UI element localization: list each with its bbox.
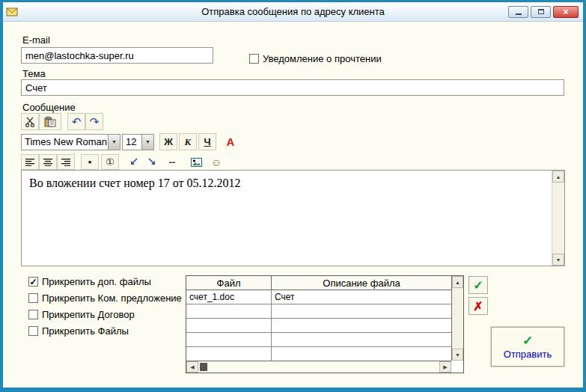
font-color-button[interactable]: A — [222, 133, 239, 150]
indent-decrease-button[interactable] — [125, 154, 143, 170]
align-center-icon — [43, 158, 53, 166]
clipboard-icon — [44, 117, 56, 127]
scroll-up-icon[interactable]: ▲ — [452, 276, 463, 288]
scissors-icon — [25, 117, 35, 127]
table-vertical-scrollbar[interactable]: ▲ ▼ — [451, 276, 463, 361]
file-cell[interactable] — [186, 347, 272, 361]
attach-checkbox[interactable]: Прикрепить Ком. предложение — [28, 293, 182, 304]
scroll-down-icon[interactable]: ▼ — [452, 349, 463, 361]
description-cell[interactable]: Счет — [272, 290, 451, 304]
confirm-attachment-button[interactable]: ✓ — [469, 276, 488, 294]
column-header[interactable]: Описание файла — [272, 276, 451, 290]
align-right-icon — [61, 158, 71, 166]
minimize-icon — [516, 13, 522, 15]
maximize-button[interactable] — [531, 6, 551, 18]
font-size-value: 12 — [123, 135, 141, 150]
checkbox-box[interactable] — [28, 326, 38, 336]
files-table: ФайлОписание файла счет_1.docСчет ▲ ▼ ◀ … — [186, 275, 464, 373]
font-family-select[interactable]: Times New Roman ▼ — [21, 134, 120, 150]
align-center-button[interactable] — [39, 154, 57, 170]
horizontal-rule-button[interactable]: -- — [163, 154, 181, 170]
align-left-button[interactable] — [21, 154, 39, 170]
close-button[interactable]: × — [553, 6, 579, 18]
checkbox-label: Прикрепить доп. файлы — [42, 276, 151, 287]
cut-button[interactable] — [21, 113, 39, 130]
checkbox-label: Прикрепить Файлы — [42, 325, 129, 337]
undo-button[interactable]: ↶ — [67, 113, 85, 130]
minimize-button[interactable] — [508, 6, 528, 18]
indent-increase-button[interactable] — [143, 154, 161, 170]
insert-image-button[interactable] — [187, 154, 205, 170]
column-header[interactable]: Файл — [186, 276, 272, 290]
file-cell[interactable] — [186, 333, 272, 347]
scroll-right-icon[interactable]: ▶ — [439, 361, 451, 373]
send-button[interactable]: ✓ Отправить — [491, 327, 564, 367]
checkbox-box[interactable] — [28, 310, 38, 319]
message-body[interactable]: Во вложении счет номер 17 от 05.12.2012 — [22, 171, 552, 266]
checkbox-box[interactable]: ✓ — [28, 277, 38, 287]
undo-icon: ↶ — [72, 116, 82, 127]
arrow-down-left-icon — [129, 158, 138, 167]
checkbox-label: Прикрепить Договор — [42, 309, 135, 320]
scrollbar-thumb[interactable] — [200, 363, 207, 371]
bullet-list-button[interactable]: ▪ — [81, 154, 99, 170]
numbered-list-button[interactable]: ① — [101, 154, 119, 170]
table-row[interactable] — [186, 304, 451, 319]
smiley-button[interactable]: ☺ — [207, 154, 225, 170]
message-scrollbar[interactable]: ▲ ▼ — [552, 171, 564, 266]
scroll-down-icon[interactable]: ▼ — [552, 254, 564, 266]
message-editor[interactable]: Во вложении счет номер 17 от 05.12.2012 … — [21, 170, 565, 266]
table-row[interactable] — [186, 333, 451, 347]
description-cell[interactable] — [272, 347, 451, 361]
smiley-icon: ☺ — [211, 156, 222, 168]
font-family-value: Times New Roman — [22, 135, 108, 150]
bold-button[interactable]: Ж — [159, 133, 177, 150]
subject-field[interactable] — [21, 79, 564, 96]
table-row[interactable]: счет_1.docСчет — [186, 290, 451, 304]
read-receipt-checkbox[interactable]: Уведомление о прочтении — [249, 53, 382, 64]
table-row[interactable] — [186, 319, 451, 333]
italic-button[interactable]: К — [179, 133, 197, 150]
align-left-icon — [25, 158, 35, 166]
file-cell[interactable] — [186, 304, 272, 319]
arrow-down-right-icon — [147, 158, 156, 167]
checkbox-label: Уведомление о прочтении — [263, 53, 382, 64]
close-icon: × — [563, 7, 568, 16]
email-field[interactable] — [21, 47, 213, 64]
copy-paste-button[interactable] — [39, 113, 61, 130]
description-cell[interactable] — [272, 333, 451, 347]
delete-attachment-button[interactable]: ✗ — [469, 297, 488, 315]
window-title: Отправка сообщения по адресу клиента — [3, 6, 583, 17]
chevron-down-icon[interactable]: ▼ — [108, 135, 120, 150]
attach-checkbox[interactable]: Прикрепить Файлы — [28, 325, 182, 337]
table-row[interactable] — [186, 347, 451, 361]
dialog-body: E-mail Уведомление о прочтении Тема Сооб… — [3, 22, 583, 388]
description-cell[interactable] — [272, 304, 451, 319]
checkbox-box[interactable] — [28, 293, 38, 303]
redo-button[interactable]: ↷ — [85, 113, 103, 130]
attach-checkbox[interactable]: ✓Прикрепить доп. файлы — [28, 276, 182, 287]
chevron-down-icon[interactable]: ▼ — [141, 135, 153, 150]
send-button-label: Отправить — [504, 349, 552, 360]
checkbox-label: Прикрепить Ком. предложение — [42, 293, 182, 304]
dialog-window: Отправка сообщения по адресу клиента × E… — [0, 0, 586, 392]
files-table-body: счет_1.docСчет — [186, 290, 451, 361]
scroll-up-icon[interactable]: ▲ — [552, 171, 564, 183]
cross-icon: ✗ — [473, 299, 483, 313]
align-right-button[interactable] — [57, 154, 75, 170]
description-cell[interactable] — [272, 319, 451, 333]
file-cell[interactable] — [186, 319, 272, 333]
redo-icon: ↷ — [90, 116, 100, 127]
files-table-header-row: ФайлОписание файла — [186, 276, 451, 290]
bullet-icon: ▪ — [88, 156, 92, 168]
font-size-select[interactable]: 12 ▼ — [122, 134, 154, 150]
scroll-left-icon[interactable]: ◀ — [186, 361, 198, 373]
email-label: E-mail — [22, 34, 50, 46]
file-cell[interactable]: счет_1.doc — [186, 290, 272, 304]
table-horizontal-scrollbar[interactable]: ◀ ▶ — [186, 361, 451, 373]
underline-button[interactable]: Ч — [198, 133, 216, 150]
attach-checkbox-list: ✓Прикрепить доп. файлыПрикрепить Ком. пр… — [28, 276, 182, 337]
titlebar[interactable]: Отправка сообщения по адресу клиента × — [3, 2, 583, 22]
checkbox-box[interactable] — [249, 54, 259, 64]
attach-checkbox[interactable]: Прикрепить Договор — [28, 309, 182, 320]
